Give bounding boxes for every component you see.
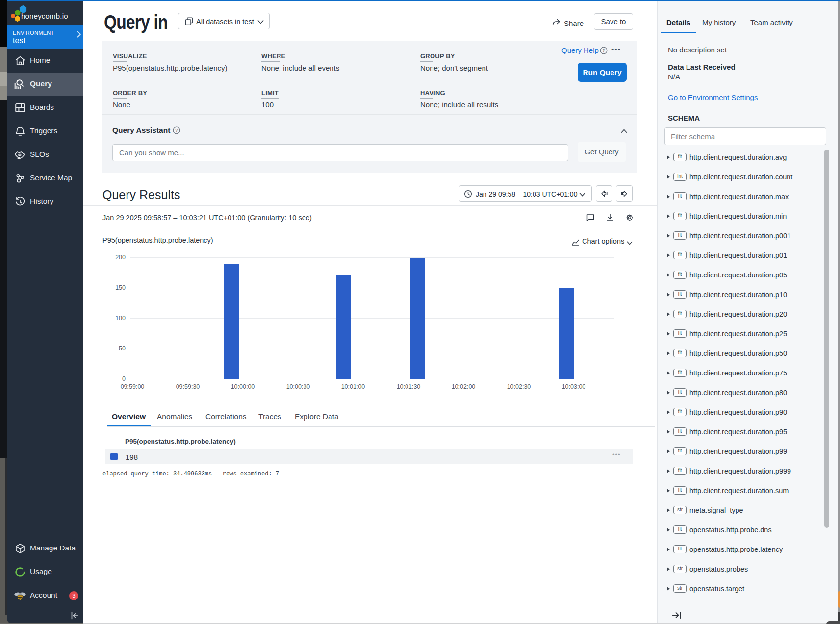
svg-text:?: ? — [602, 48, 605, 53]
svg-text:?: ? — [175, 127, 178, 133]
